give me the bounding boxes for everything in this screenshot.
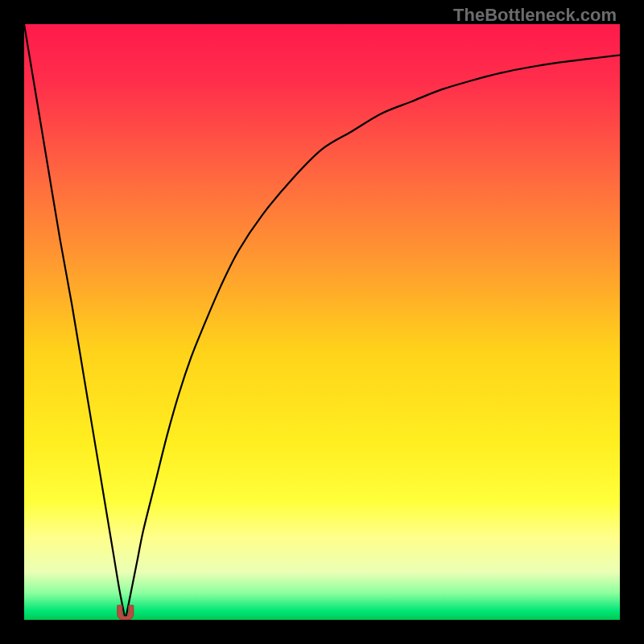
chart-svg: [24, 24, 620, 620]
gradient-background: [24, 24, 620, 620]
watermark-text: TheBottleneck.com: [453, 5, 617, 26]
chart-frame: TheBottleneck.com: [0, 0, 644, 644]
plot-area: [24, 24, 620, 620]
